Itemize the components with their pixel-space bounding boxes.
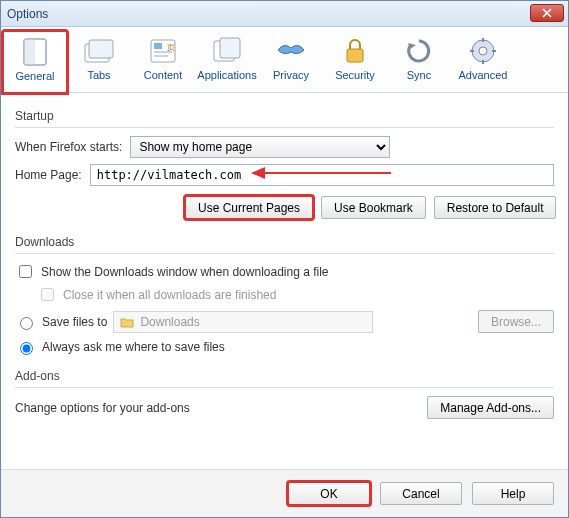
- save-files-to-label: Save files to: [42, 315, 107, 329]
- addons-desc: Change options for your add-ons: [15, 401, 190, 415]
- svg-rect-6: [154, 43, 162, 49]
- home-page-input[interactable]: [90, 164, 554, 186]
- tab-label: Advanced: [459, 69, 508, 81]
- help-button[interactable]: Help: [472, 482, 554, 505]
- content-area: Startup When Firefox starts: Show my hom…: [1, 93, 568, 435]
- tab-label: Content: [144, 69, 183, 81]
- tab-label: Tabs: [87, 69, 110, 81]
- divider: [15, 253, 554, 254]
- tab-label: General: [15, 70, 54, 82]
- titlebar: Options: [1, 1, 568, 27]
- close-button[interactable]: [530, 4, 564, 22]
- addons-row: Change options for your add-ons Manage A…: [15, 396, 554, 419]
- general-icon: [19, 36, 51, 68]
- when-starts-dropdown[interactable]: Show my home page: [130, 136, 390, 158]
- always-ask-row: Always ask me where to save files: [15, 339, 554, 355]
- svg-rect-11: [220, 38, 240, 58]
- window-title: Options: [7, 7, 48, 21]
- svg-rect-4: [89, 40, 113, 58]
- cancel-button[interactable]: Cancel: [380, 482, 462, 505]
- advanced-icon: [467, 35, 499, 67]
- tab-security[interactable]: Security: [323, 31, 387, 92]
- security-icon: [339, 35, 371, 67]
- divider: [15, 387, 554, 388]
- tab-label: Sync: [407, 69, 431, 81]
- startup-group-label: Startup: [15, 109, 554, 123]
- tab-sync[interactable]: Sync: [387, 31, 451, 92]
- tab-privacy[interactable]: Privacy: [259, 31, 323, 92]
- tab-general[interactable]: General: [3, 31, 67, 93]
- ok-button[interactable]: OK: [288, 482, 370, 505]
- tab-tabs[interactable]: Tabs: [67, 31, 131, 92]
- tab-label: Privacy: [273, 69, 309, 81]
- applications-icon: [211, 35, 243, 67]
- save-files-to-row: Save files to Downloads Browse...: [15, 310, 554, 333]
- when-firefox-starts-row: When Firefox starts: Show my home page: [15, 136, 554, 158]
- tab-advanced[interactable]: Advanced: [451, 31, 515, 92]
- always-ask-radio[interactable]: [20, 342, 33, 355]
- options-window: Options General Tabs 页 Content: [0, 0, 569, 518]
- use-bookmark-button[interactable]: Use Bookmark: [321, 196, 426, 219]
- svg-rect-12: [347, 49, 363, 62]
- svg-point-14: [479, 47, 487, 55]
- save-files-to-radio[interactable]: [20, 317, 33, 330]
- home-page-label: Home Page:: [15, 168, 82, 182]
- save-path-text: Downloads: [140, 315, 199, 329]
- svg-rect-1: [24, 39, 35, 65]
- tabs-icon: [83, 35, 115, 67]
- use-current-pages-button[interactable]: Use Current Pages: [185, 196, 313, 219]
- content-icon: 页: [147, 35, 179, 67]
- tab-content[interactable]: 页 Content: [131, 31, 195, 92]
- close-icon: [542, 8, 552, 18]
- downloads-group-label: Downloads: [15, 235, 554, 249]
- browse-button: Browse...: [478, 310, 554, 333]
- svg-rect-8: [154, 55, 168, 57]
- close-when-done-row: Close it when all downloads are finished: [15, 285, 554, 304]
- dialog-footer: OK Cancel Help: [1, 469, 568, 517]
- manage-addons-button[interactable]: Manage Add-ons...: [427, 396, 554, 419]
- sync-icon: [403, 35, 435, 67]
- home-page-row: Home Page:: [15, 164, 554, 186]
- always-ask-label: Always ask me where to save files: [42, 340, 225, 354]
- close-when-done-checkbox: [41, 288, 54, 301]
- folder-icon: [120, 316, 134, 328]
- tab-applications[interactable]: Applications: [195, 31, 259, 92]
- divider: [15, 127, 554, 128]
- privacy-icon: [275, 35, 307, 67]
- category-toolbar: General Tabs 页 Content Applications Priv…: [1, 27, 568, 93]
- when-starts-label: When Firefox starts:: [15, 140, 122, 154]
- show-downloads-window-label: Show the Downloads window when downloadi…: [41, 265, 329, 279]
- close-when-done-label: Close it when all downloads are finished: [63, 288, 276, 302]
- show-downloads-window-checkbox[interactable]: [19, 265, 32, 278]
- addons-group-label: Add-ons: [15, 369, 554, 383]
- svg-text:页: 页: [167, 43, 175, 52]
- homepage-buttons-row: Use Current Pages Use Bookmark Restore t…: [15, 196, 554, 219]
- show-downloads-window-row: Show the Downloads window when downloadi…: [15, 262, 554, 281]
- restore-default-button[interactable]: Restore to Default: [434, 196, 557, 219]
- tab-label: Security: [335, 69, 375, 81]
- tab-label: Applications: [197, 69, 256, 81]
- save-path-box: Downloads: [113, 311, 373, 333]
